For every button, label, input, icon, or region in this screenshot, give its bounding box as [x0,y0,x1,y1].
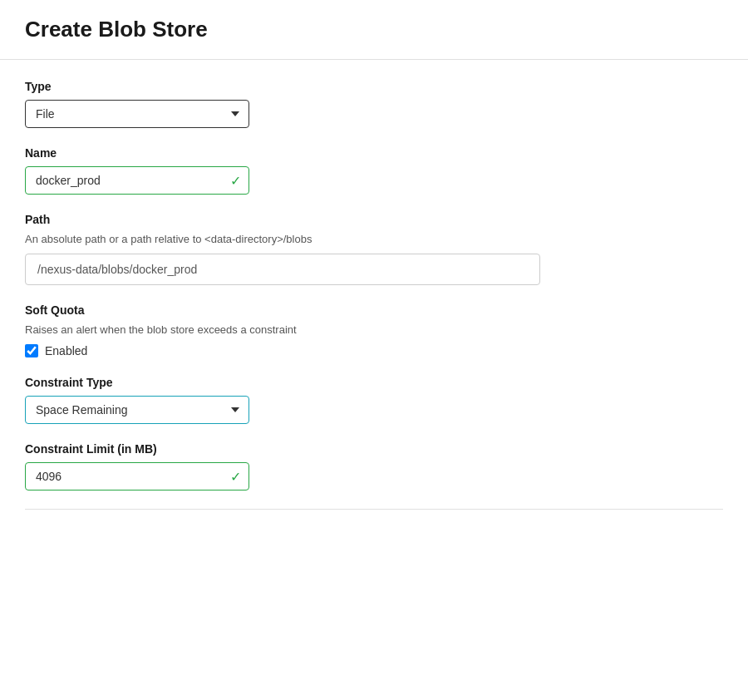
enabled-label[interactable]: Enabled [45,344,87,357]
constraint-limit-label: Constraint Limit (in MB) [25,442,723,456]
page-title: Create Blob Store [25,17,723,42]
form-divider [25,509,723,510]
constraint-limit-field-group: Constraint Limit (in MB) ✓ [25,442,723,490]
name-input-wrapper: ✓ [25,166,249,195]
soft-quota-field-group: Soft Quota Raises an alert when the blob… [25,303,723,357]
constraint-type-label: Constraint Type [25,376,723,389]
form-container: Type File S3 Name ✓ Path An absolute pat… [0,60,748,700]
soft-quota-description: Raises an alert when the blob store exce… [25,323,723,336]
type-field-group: Type File S3 [25,80,723,128]
constraint-limit-input-wrapper: ✓ [25,462,249,490]
path-description: An absolute path or a path relative to <… [25,233,723,245]
name-input[interactable] [25,166,249,195]
name-label: Name [25,146,723,160]
type-select[interactable]: File S3 [25,100,249,128]
constraint-type-select[interactable]: Space Remaining Space Used [25,396,249,424]
enabled-checkbox-wrapper: Enabled [25,344,723,357]
type-label: Type [25,80,723,93]
soft-quota-label: Soft Quota [25,303,723,317]
page-header: Create Blob Store [0,0,748,60]
constraint-limit-input[interactable] [25,462,249,490]
enabled-checkbox[interactable] [25,344,38,357]
path-label: Path [25,213,723,226]
type-select-wrapper: File S3 [25,100,249,128]
constraint-type-select-wrapper: Space Remaining Space Used [25,396,249,424]
page-container: Create Blob Store Type File S3 Name ✓ Pa… [0,0,748,700]
constraint-type-field-group: Constraint Type Space Remaining Space Us… [25,376,723,424]
path-field-group: Path An absolute path or a path relative… [25,213,723,285]
path-input[interactable] [25,254,540,285]
name-field-group: Name ✓ [25,146,723,195]
